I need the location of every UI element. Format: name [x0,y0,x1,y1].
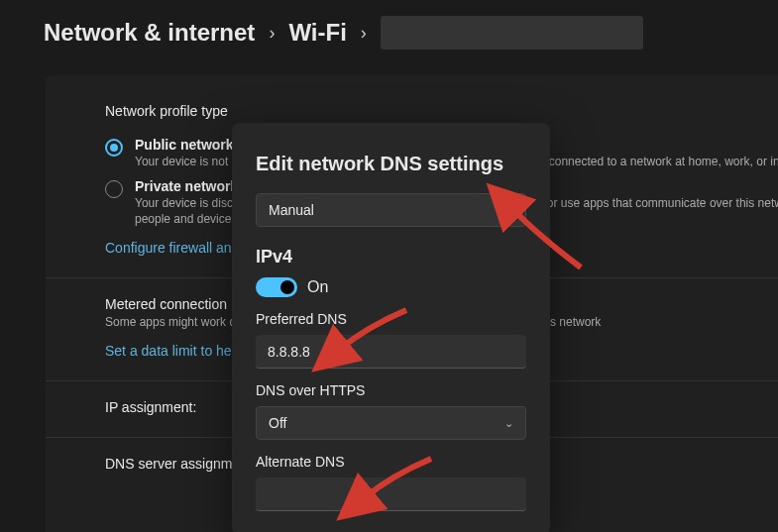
edit-dns-settings-dialog: Edit network DNS settings Manual ⌄ IPv4 … [232,123,550,532]
dns-over-https-label: DNS over HTTPS [256,382,526,398]
dns-over-https-value: Off [269,415,286,431]
network-profile-type-heading: Network profile type [105,103,778,119]
breadcrumb-level1[interactable]: Network & internet [44,19,255,47]
preferred-dns-label: Preferred DNS [256,311,526,327]
chevron-down-icon: ⌄ [504,204,513,217]
chevron-right-icon: › [361,23,367,44]
breadcrumb: Network & internet › Wi-Fi › [0,0,778,50]
radio-icon[interactable] [105,180,123,198]
chevron-right-icon: › [269,23,275,44]
breadcrumb-level2[interactable]: Wi-Fi [288,19,346,47]
breadcrumb-current-redacted [381,16,643,50]
ipv4-heading: IPv4 [256,247,526,267]
preferred-dns-input[interactable] [256,335,526,369]
alternate-dns-input[interactable] [256,478,526,511]
radio-icon[interactable] [105,139,123,157]
dns-over-https-select[interactable]: Off ⌄ [256,406,526,440]
ipv4-toggle[interactable] [256,277,297,297]
chevron-down-icon: ⌄ [504,417,513,430]
alternate-dns-label: Alternate DNS [256,454,526,470]
dns-mode-select[interactable]: Manual ⌄ [256,193,526,227]
ipv4-toggle-label: On [307,278,328,296]
dns-mode-value: Manual [269,202,314,218]
ipv4-toggle-row: On [256,277,526,297]
dialog-title: Edit network DNS settings [256,153,526,175]
